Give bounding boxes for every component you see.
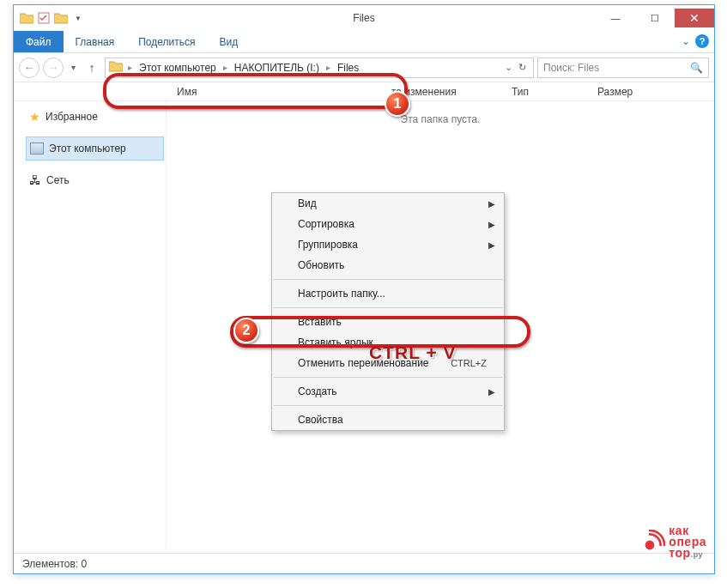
chevron-right-icon[interactable]: ▸: [221, 63, 229, 72]
ribbon-expand-icon[interactable]: ⌄: [682, 35, 690, 47]
submenu-arrow-icon: ▶: [488, 220, 495, 229]
back-button[interactable]: ←: [19, 58, 39, 78]
up-button[interactable]: ↑: [82, 58, 101, 77]
ctx-create[interactable]: Создать▶: [272, 381, 504, 402]
new-folder-icon[interactable]: [53, 10, 69, 26]
properties-icon[interactable]: [36, 10, 51, 26]
search-placeholder: Поиск: Files: [543, 62, 599, 74]
watermark: как опера тор.ру: [634, 525, 706, 561]
submenu-arrow-icon: ▶: [488, 199, 495, 209]
tab-home[interactable]: Главная: [64, 31, 127, 52]
network-icon: 🖧: [29, 173, 41, 187]
chevron-right-icon[interactable]: ▸: [126, 63, 134, 72]
menu-separator: [274, 279, 502, 280]
maximize-button[interactable]: ☐: [635, 9, 675, 27]
annotation-badge-1: 1: [385, 91, 410, 117]
favorites-label: Избранное: [45, 111, 98, 123]
address-dropdown-icon[interactable]: ⌄: [505, 62, 512, 73]
ctx-customize[interactable]: Настроить папку...: [272, 283, 504, 304]
ctx-view[interactable]: Вид▶: [272, 193, 504, 214]
tab-share[interactable]: Поделиться: [126, 31, 207, 52]
window-controls: — ☐ ✕: [596, 9, 714, 27]
navpane-this-pc[interactable]: Этот компьютер: [26, 136, 164, 161]
star-icon: ★: [29, 110, 40, 124]
qat-dropdown-icon[interactable]: ▼: [70, 10, 86, 26]
quick-access-toolbar: ▼: [14, 8, 91, 28]
minimize-button[interactable]: —: [596, 9, 635, 27]
chevron-right-icon[interactable]: ▸: [324, 63, 332, 72]
ribbon-tabs: Файл Главная Поделиться Вид ⌄ ?: [14, 31, 714, 53]
watermark-logo-icon: [634, 530, 665, 561]
navigation-pane: ★ Избранное Этот компьютер 🖧 Сеть: [14, 101, 167, 548]
help-icon[interactable]: ?: [695, 34, 709, 48]
annotation-highlight-1: [103, 73, 408, 109]
close-button[interactable]: ✕: [675, 9, 714, 27]
tab-view[interactable]: Вид: [207, 31, 250, 52]
breadcrumb-drive[interactable]: НАКОПИТЕЛЬ (I:): [229, 62, 324, 74]
breadcrumb-this-pc[interactable]: Этот компьютер: [134, 62, 221, 74]
tab-file[interactable]: Файл: [14, 31, 64, 52]
context-menu: Вид▶ Сортировка▶ Группировка▶ Обновить Н…: [271, 192, 505, 431]
ctx-properties[interactable]: Свойства: [272, 409, 504, 430]
annotation-badge-2: 2: [233, 318, 259, 343]
menu-separator: [274, 405, 502, 406]
ctx-refresh[interactable]: Обновить: [272, 255, 504, 276]
titlebar: ▼ Files — ☐ ✕: [14, 5, 714, 31]
refresh-icon[interactable]: ↻: [514, 60, 530, 76]
search-input[interactable]: Поиск: Files 🔍: [537, 58, 709, 78]
folder-icon: [19, 10, 34, 26]
status-bar: Элементов: 0: [14, 553, 714, 573]
column-size[interactable]: Размер: [589, 86, 657, 98]
submenu-arrow-icon: ▶: [488, 240, 495, 250]
item-count: Элементов: 0: [22, 558, 87, 570]
search-icon: 🔍: [690, 62, 703, 74]
ctx-sort[interactable]: Сортировка▶: [272, 214, 504, 234]
history-dropdown-icon[interactable]: ▾: [67, 63, 79, 72]
menu-separator: [274, 377, 502, 378]
watermark-text: как опера тор.ру: [669, 525, 706, 561]
computer-icon: [30, 142, 44, 155]
this-pc-label: Этот компьютер: [49, 142, 126, 155]
breadcrumb-folder[interactable]: Files: [332, 62, 364, 74]
column-type[interactable]: Тип: [503, 86, 589, 98]
network-label: Сеть: [46, 174, 70, 186]
menu-separator: [274, 307, 502, 308]
submenu-arrow-icon: ▶: [488, 387, 495, 397]
navpane-network[interactable]: 🖧 Сеть: [14, 168, 166, 192]
svg-point-1: [645, 541, 655, 550]
ctx-group[interactable]: Группировка▶: [272, 234, 504, 255]
annotation-hotkey-label: CTRL + V: [369, 342, 457, 363]
forward-button[interactable]: →: [43, 58, 64, 78]
